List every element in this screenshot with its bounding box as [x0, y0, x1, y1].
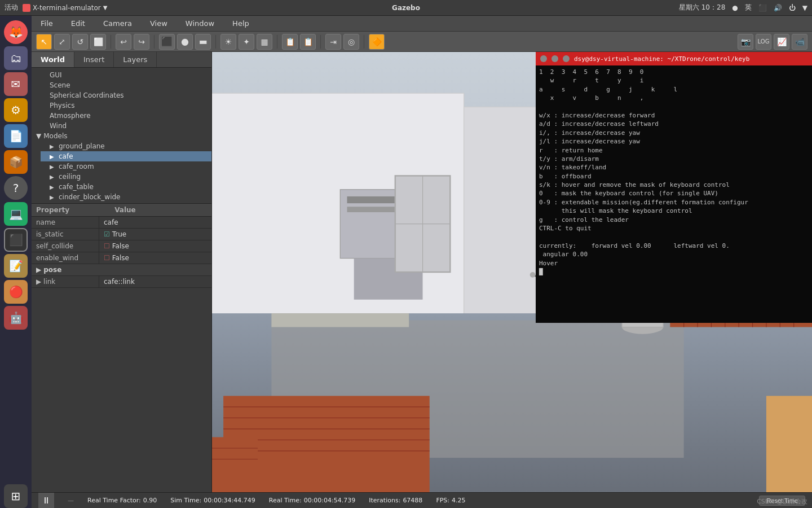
- tree-panel: GUI Scene Spherical Coordinates Physics …: [32, 68, 211, 203]
- tree-item-spherical[interactable]: Spherical Coordinates: [32, 90, 211, 100]
- tree-item-scene[interactable]: Scene: [32, 80, 211, 90]
- taskbar-terminal[interactable]: ⬛: [4, 228, 28, 252]
- bullet-icon: ●: [732, 4, 738, 12]
- ct-arrow: ▶: [50, 184, 56, 190]
- rtf-value: 0.90: [143, 497, 157, 504]
- viewport[interactable]: dsy@dsy-virtual-machine: ~/XTDrone/contr…: [212, 52, 812, 492]
- toolbar-scale[interactable]: ⬜: [90, 34, 106, 50]
- toolbar-copy1[interactable]: 📋: [282, 34, 298, 50]
- taskbar-apps[interactable]: ⊞: [4, 484, 28, 508]
- tree-item-physics[interactable]: Physics: [32, 100, 211, 111]
- pause-button[interactable]: ⏸: [38, 493, 54, 509]
- is-static-checkbox[interactable]: ☑: [104, 230, 110, 238]
- menu-help[interactable]: Help: [228, 18, 254, 29]
- volume-icon[interactable]: 🔊: [774, 4, 782, 12]
- toolbar-rotate[interactable]: ↺: [72, 34, 88, 50]
- menu-window[interactable]: Window: [181, 18, 219, 29]
- toolbar-target[interactable]: ◎: [343, 34, 359, 50]
- taskbar-code[interactable]: 💻: [4, 202, 28, 226]
- prop-val-is-static[interactable]: ☑ True: [99, 229, 211, 240]
- taskbar-notes[interactable]: 📝: [4, 254, 28, 278]
- term-max-btn[interactable]: [563, 55, 570, 62]
- self-collide-checkbox[interactable]: ☐: [104, 242, 110, 250]
- toolbar-log-icon[interactable]: LOG: [756, 34, 771, 50]
- toolbar-cylinder[interactable]: ▬: [195, 34, 211, 50]
- taskbar-firefox[interactable]: 🦊: [4, 20, 28, 44]
- menu-view[interactable]: View: [145, 18, 172, 29]
- toolbar-video-icon[interactable]: 📹: [792, 34, 807, 50]
- toolbar-chart-icon[interactable]: 📈: [774, 34, 789, 50]
- power-icon[interactable]: ⏻: [789, 4, 796, 12]
- taskbar-settings[interactable]: ⚙: [4, 98, 28, 122]
- svg-rect-52: [212, 437, 258, 493]
- toolbar-copy2[interactable]: 📋: [300, 34, 316, 50]
- prop-val-enable-wind[interactable]: ☐ False: [99, 252, 211, 264]
- tree-item-wind[interactable]: Wind: [32, 121, 211, 131]
- enable-wind-value: False: [112, 254, 129, 262]
- link-arrow-icon: ▶: [36, 278, 41, 286]
- toolbar-pointlight[interactable]: ✦: [239, 34, 254, 50]
- tab-layers[interactable]: Layers: [114, 52, 157, 67]
- tab-insert[interactable]: Insert: [74, 52, 114, 67]
- toolbar-undo[interactable]: ↩: [116, 34, 131, 50]
- tree-cafe-room[interactable]: ▶ cafe_room: [41, 161, 211, 172]
- activities-label[interactable]: 活动: [5, 3, 18, 12]
- term-close-btn[interactable]: [540, 55, 547, 62]
- toolbar-align[interactable]: ⇥: [325, 34, 341, 50]
- taskbar-help[interactable]: ?: [4, 176, 28, 200]
- prop-val-link[interactable]: cafe::link: [99, 276, 211, 287]
- toolbar-camera-icon[interactable]: 📷: [738, 34, 753, 50]
- term-min-btn[interactable]: [551, 55, 558, 62]
- tabs: World Insert Layers: [32, 52, 211, 68]
- tree-item-gui[interactable]: GUI: [32, 70, 211, 80]
- taskbar-docs[interactable]: 📄: [4, 124, 28, 148]
- iterations-item: Iterations: 67488: [369, 497, 422, 504]
- prop-val-name[interactable]: cafe: [99, 217, 211, 228]
- fps-label: FPS:: [436, 497, 449, 504]
- sim-time-item: Sim Time: 00:00:34:44.749: [170, 497, 255, 504]
- toolbar-sep1: [111, 35, 111, 49]
- menu-edit[interactable]: Edit: [67, 18, 90, 29]
- link-key-label: link: [43, 278, 55, 286]
- status-bar: ⏸ — Real Time Factor: 0.90 Sim Time: 00:…: [32, 492, 812, 508]
- property-header: Property Value: [32, 204, 211, 217]
- app-name-label[interactable]: X-terminal-emulator: [33, 4, 101, 12]
- menu-file[interactable]: File: [36, 18, 58, 29]
- window-title: Gazebo: [392, 4, 420, 12]
- app-dropdown-icon[interactable]: ▼: [103, 5, 108, 11]
- settings-dropdown-icon[interactable]: ▼: [802, 4, 807, 12]
- lang-label[interactable]: 英: [745, 3, 752, 12]
- tab-world[interactable]: World: [32, 52, 74, 67]
- terminal-overlay[interactable]: dsy@dsy-virtual-machine: ~/XTDrone/contr…: [536, 52, 812, 323]
- tree-cafe[interactable]: ▶ cafe: [41, 151, 211, 161]
- toolbar-sphere[interactable]: ●: [177, 34, 193, 50]
- tree-ground-plane[interactable]: ▶ ground_plane: [41, 141, 211, 151]
- toolbar-move[interactable]: ⤢: [54, 34, 70, 50]
- scene-label: Scene: [50, 81, 70, 89]
- tree-ceiling[interactable]: ▶ ceiling: [41, 172, 211, 182]
- network-icon[interactable]: ⬛: [758, 4, 767, 12]
- tree-cinder-block[interactable]: ▶ cinder_block_wide: [41, 192, 211, 202]
- gp-label: ground_plane: [59, 142, 105, 150]
- tree-cafe-table[interactable]: ▶ cafe_table: [41, 182, 211, 192]
- taskbar-files[interactable]: 🗂: [4, 46, 28, 70]
- toolbar-grid[interactable]: ▦: [257, 34, 272, 50]
- toolbar-box[interactable]: ⬛: [159, 34, 175, 50]
- physics-label: Physics: [50, 102, 74, 110]
- taskbar-robot[interactable]: 🤖: [4, 306, 28, 330]
- menu-camera[interactable]: Camera: [99, 18, 136, 29]
- prop-val-self-collide[interactable]: ☐ False: [99, 240, 211, 252]
- terminal-content[interactable]: 1 2 3 4 5 6 7 8 9 0 w r t y i a s d g j …: [536, 65, 812, 323]
- enable-wind-checkbox[interactable]: ☐: [104, 254, 110, 262]
- taskbar-package[interactable]: 📦: [4, 150, 28, 174]
- toolbar-select[interactable]: ↖: [36, 34, 52, 50]
- prop-group-pose[interactable]: ▶ pose: [32, 264, 211, 276]
- toolbar-sun[interactable]: ☀: [220, 34, 236, 50]
- toolbar-redo[interactable]: ↪: [134, 34, 149, 50]
- prop-row-link: ▶ link cafe::link: [32, 276, 211, 288]
- toolbar-record[interactable]: 🔶: [369, 34, 385, 50]
- taskbar-mail[interactable]: ✉: [4, 72, 28, 96]
- taskbar-gazebo[interactable]: 🔴: [4, 280, 28, 304]
- tree-item-atmosphere[interactable]: Atmosphere: [32, 111, 211, 121]
- tree-models-header[interactable]: ▼ Models: [32, 131, 211, 141]
